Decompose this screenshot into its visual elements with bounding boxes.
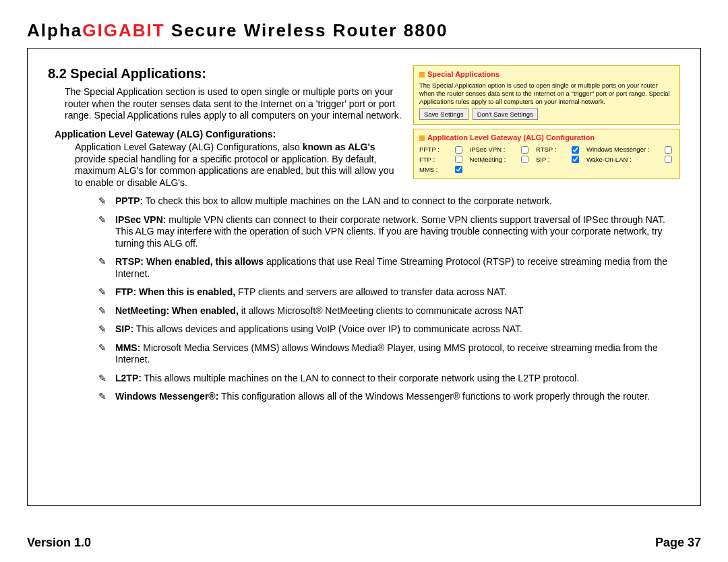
alg-label-netm: NetMeeting :: [470, 156, 516, 164]
alg-checkbox-sip[interactable]: [572, 156, 579, 163]
alg-checkbox-rtsp[interactable]: [572, 146, 579, 154]
alg-checkbox-mms[interactable]: [455, 166, 462, 173]
product-title: AlphaGIGABIT Secure Wireless Router 8800: [27, 20, 701, 41]
bullet-pptp: PPTP: To check this box to allow multipl…: [98, 195, 680, 208]
bullet-wm-label: Windows Messenger®:: [115, 391, 218, 402]
screenshot-panels: Special Applications The Special Applica…: [413, 65, 680, 179]
bullet-mms: MMS: Microsoft Media Services (MMS) allo…: [98, 342, 680, 366]
bullet-ftp-label: FTP: When this is enabled,: [115, 286, 235, 297]
bullet-l2tp-text: This allows multiple machines on the LAN…: [142, 373, 579, 383]
alg-checkbox-netm[interactable]: [521, 156, 528, 163]
bullet-ipsec-text: multiple VPN clients can connect to thei…: [115, 214, 665, 249]
panel1-desc: The Special Application option is used t…: [419, 82, 674, 106]
alg-intro-suffix: provide special handling for a specific …: [75, 154, 394, 188]
brand-prefix: Alpha: [27, 20, 82, 40]
alg-checkbox-pptp[interactable]: [455, 146, 462, 154]
bullet-mms-label: MMS:: [115, 342, 140, 353]
panel-special-applications: Special Applications The Special Applica…: [413, 65, 680, 125]
alg-intro-bold: known as ALG's: [303, 142, 375, 152]
brand-highlight: GIGABIT: [82, 20, 164, 40]
alg-checkbox-ftp[interactable]: [455, 156, 462, 163]
alg-label-pptp: PPTP :: [419, 146, 450, 154]
bullet-pptp-label: PPTP:: [115, 195, 143, 206]
bullet-rtsp: RTSP: When enabled, this allows applicat…: [98, 256, 680, 280]
bullet-sip-label: SIP:: [115, 323, 133, 334]
alg-label-rtsp: RTSP :: [536, 146, 566, 154]
alg-label-sip: SIP :: [536, 156, 566, 164]
save-settings-button[interactable]: Save Settings: [419, 108, 468, 120]
bullet-l2tp-label: L2TP:: [115, 373, 142, 383]
page-footer: Version 1.0 Page 37: [27, 536, 701, 550]
alg-label-mms: MMS :: [419, 166, 450, 174]
alg-label-winmsg: Windows Messenger :: [586, 146, 659, 154]
bullet-winmsg: Windows Messenger®: This configuration a…: [98, 391, 680, 403]
alg-label-ftp: FTP :: [419, 156, 450, 164]
bullet-ftp: FTP: When this is enabled, FTP clients a…: [98, 286, 680, 299]
bullet-ipsec-label: IPSec VPN:: [115, 214, 166, 225]
bullet-ipsec: IPSec VPN: multiple VPN clients can conn…: [98, 214, 680, 250]
bullet-sip: SIP: This allows devices and application…: [98, 323, 680, 336]
content-frame: Special Applications The Special Applica…: [27, 48, 701, 506]
bullet-wm-text: This configuration allows all of the Win…: [218, 391, 650, 402]
alg-label-wol: Wake-On-LAN :: [586, 156, 659, 164]
panel1-title: Special Applications: [419, 70, 674, 80]
brand-suffix: Secure Wireless Router 8800: [165, 20, 448, 40]
alg-checkbox-wol[interactable]: [665, 156, 672, 163]
bullet-netm-text: it allows Microsoft® NetMeeting clients …: [239, 305, 523, 316]
panel2-title: Application Level Gateway (ALG) Configur…: [419, 133, 674, 143]
bullet-rtsp-label: RTSP: When enabled, this allows: [115, 256, 264, 267]
alg-bullet-list: PPTP: To check this box to allow multipl…: [98, 195, 680, 403]
bullet-ftp-text: FTP clients and servers are allowed to t…: [235, 286, 507, 297]
dont-save-settings-button[interactable]: Don't Save Settings: [473, 108, 538, 120]
alg-checkbox-winmsg[interactable]: [665, 146, 672, 154]
bullet-mms-text: Microsoft Media Services (MMS) allows Wi…: [115, 342, 658, 365]
bullet-netm-label: NetMeeting: When enabled,: [115, 305, 239, 316]
bullet-pptp-text: To check this box to allow multiple mach…: [143, 195, 552, 206]
bullet-netmeeting: NetMeeting: When enabled, it allows Micr…: [98, 305, 680, 317]
panel-alg-config: Application Level Gateway (ALG) Configur…: [413, 129, 680, 178]
bullet-l2tp: L2TP: This allows multiple machines on t…: [98, 373, 680, 385]
alg-label-ipsec: IPSec VPN :: [470, 146, 516, 154]
bullet-sip-text: This allows devices and applications usi…: [133, 323, 522, 334]
alg-intro-prefix: Application Level Gateway (ALG) Configur…: [75, 142, 303, 152]
page-number: Page 37: [655, 536, 701, 550]
version-label: Version 1.0: [27, 536, 91, 550]
alg-checkbox-ipsec[interactable]: [521, 146, 528, 154]
